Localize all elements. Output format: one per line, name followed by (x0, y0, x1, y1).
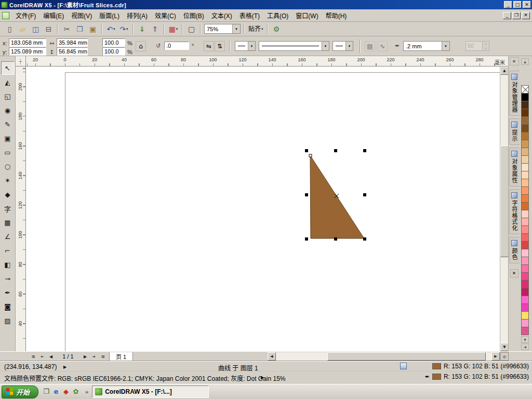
quicklaunch-media-player[interactable]: ◆ (62, 388, 70, 396)
scroll-up-button[interactable]: ▲ (500, 66, 509, 75)
coreldraw-task-button[interactable]: CorelDRAW X5 - [F:\...] (92, 385, 209, 398)
save-button[interactable]: ◫ (29, 23, 42, 35)
color-swatch[interactable] (521, 296, 529, 304)
horizontal-scroll-thumb[interactable] (327, 352, 486, 361)
object-width-field[interactable]: 35.984 mm (57, 38, 88, 47)
object-height-field[interactable]: 56.845 mm (57, 47, 88, 56)
palette-flyout-button[interactable]: ◀ (521, 343, 529, 350)
color-swatch[interactable] (521, 210, 529, 218)
vertical-ruler[interactable]: 200180160140120100806040 (16, 66, 26, 351)
x-position-field[interactable]: 183.058 mm (9, 38, 46, 47)
docker-tab-character-formatting[interactable]: 字符格式化 (509, 189, 520, 234)
color-swatch[interactable] (521, 140, 529, 148)
dimension-tool[interactable]: ∠ (1, 230, 15, 243)
shape-node[interactable] (309, 154, 312, 157)
menu-item[interactable]: 视图(V) (68, 9, 96, 22)
scale-horizontal-field[interactable]: 100.0 (102, 38, 125, 47)
selection-handle[interactable] (363, 193, 366, 196)
color-swatch[interactable] (521, 218, 529, 226)
outline-width-combo[interactable]: .2 mm▾ (403, 41, 450, 51)
maximize-button[interactable]: □ (513, 1, 522, 8)
scroll-left-button[interactable]: ◀ (268, 352, 276, 361)
quicklaunch-show-desktop[interactable]: ❐ (42, 388, 50, 396)
color-swatch[interactable] (521, 163, 529, 171)
color-swatch[interactable] (521, 109, 529, 117)
color-swatch[interactable] (521, 319, 529, 327)
outline-color-swatch[interactable] (432, 374, 441, 380)
color-swatch[interactable] (521, 327, 529, 335)
first-page-button[interactable]: ⇤ (38, 352, 47, 361)
vertical-scroll-thumb[interactable] (500, 145, 509, 257)
docker-close-button[interactable]: ✕ (510, 269, 518, 277)
quicklaunch-internet-explorer[interactable]: e (52, 388, 60, 396)
menu-item[interactable]: 工具(O) (263, 9, 292, 22)
crop-tool[interactable]: ◱ (1, 89, 15, 103)
docker-tab-object-manager[interactable]: 对象管理器 (509, 71, 520, 116)
menu-item[interactable]: 文件(F) (12, 9, 39, 22)
end-arrowhead-dropdown[interactable]: ▾ (332, 41, 353, 51)
selection-handle[interactable] (305, 237, 308, 241)
minimize-button[interactable]: _ (504, 1, 512, 8)
previous-page-button[interactable]: ◀ (47, 352, 55, 361)
horizontal-ruler[interactable]: 2002040608010012014016018020022024026028… (26, 56, 508, 66)
fill-color-swatch[interactable] (432, 363, 441, 369)
menu-item[interactable]: 编辑(E) (39, 9, 68, 22)
application-launcher-button[interactable]: ▦▾ (167, 23, 180, 35)
horizontal-scrollbar[interactable]: ◀ ▶ (268, 352, 500, 361)
smart-fill-tool[interactable]: ▣ (1, 131, 15, 145)
color-swatch[interactable] (521, 194, 529, 203)
zoom-level-combo[interactable]: 75%▾ (204, 24, 241, 34)
scroll-down-button[interactable]: ▼ (500, 343, 509, 351)
menu-item[interactable]: 效果(C) (151, 9, 180, 22)
vertical-scrollbar[interactable]: ▲ ▼ (500, 66, 508, 351)
undo-button[interactable]: ↶▾ (104, 23, 117, 35)
new-document-button[interactable]: ▯ (3, 23, 16, 35)
docker-tab-hints[interactable]: 提示 (509, 118, 520, 145)
selection-handle[interactable] (305, 149, 308, 152)
navigator-button[interactable]: ◎ (500, 352, 509, 361)
next-page-button[interactable]: ▶ (81, 352, 89, 361)
menu-item[interactable]: 文本(X) (208, 9, 236, 22)
selection-handle[interactable] (363, 237, 366, 241)
add-page-button[interactable]: ⊞ (99, 352, 107, 361)
shape-tool[interactable]: ◭ (1, 75, 15, 89)
color-swatch[interactable] (521, 148, 529, 156)
color-swatch[interactable] (521, 311, 529, 320)
last-page-button[interactable]: ⇥ (89, 352, 98, 361)
options-button[interactable]: ⚙ (270, 23, 283, 35)
palette-scroll-down-button[interactable]: ▼ (521, 336, 529, 343)
print-button[interactable]: ⊟ (42, 23, 55, 35)
fullscreen-preview-button[interactable]: ▢ (185, 23, 198, 35)
paste-button[interactable]: ▣ (86, 23, 99, 35)
interactive-fill-tool[interactable]: ▨ (1, 314, 15, 327)
scale-vertical-field[interactable]: 100.0 (102, 47, 125, 56)
fill-tool[interactable]: ◙ (1, 300, 15, 313)
start-arrowhead-dropdown[interactable]: ▾ (235, 41, 256, 51)
wrap-paragraph-text-button[interactable]: ▤ (365, 41, 375, 51)
convert-to-curves-button[interactable]: ∿ (377, 41, 388, 51)
table-tool[interactable]: ▦ (1, 216, 15, 229)
outline-style-dropdown[interactable]: ▾ (259, 41, 329, 51)
start-button[interactable]: 开始 (2, 385, 38, 398)
docker-collapse-button[interactable]: « (510, 57, 519, 65)
selected-triangle-shape[interactable] (310, 155, 364, 238)
menu-item[interactable]: 位图(B) (180, 9, 208, 22)
no-color-swatch[interactable] (521, 85, 529, 94)
eyedropper-tool[interactable]: ⊸ (1, 272, 15, 285)
open-document-button[interactable]: ▱ (16, 23, 29, 35)
ruler-origin-button[interactable]: ┼ (16, 56, 26, 66)
color-swatch[interactable] (521, 241, 529, 249)
y-position-field[interactable]: 125.089 mm (9, 47, 46, 56)
offset-spinner[interactable]: 50 ▴▾ (466, 41, 489, 51)
export-button[interactable]: ⇑ (149, 23, 162, 35)
pick-tool[interactable]: ↖ (1, 61, 15, 75)
add-page-button[interactable]: ⊞ (29, 352, 37, 361)
color-swatch[interactable] (521, 280, 529, 288)
flyout-arrow-icon[interactable]: ▶ (63, 365, 66, 369)
quicklaunch-overflow-chevron[interactable]: » (84, 389, 90, 395)
freehand-tool[interactable]: ✎ (1, 117, 15, 131)
mirror-horizontal-button[interactable]: ⇋ (204, 41, 214, 51)
color-swatch[interactable] (521, 288, 529, 296)
color-swatch[interactable] (521, 155, 529, 164)
menu-item[interactable]: 窗口(W) (292, 9, 322, 22)
